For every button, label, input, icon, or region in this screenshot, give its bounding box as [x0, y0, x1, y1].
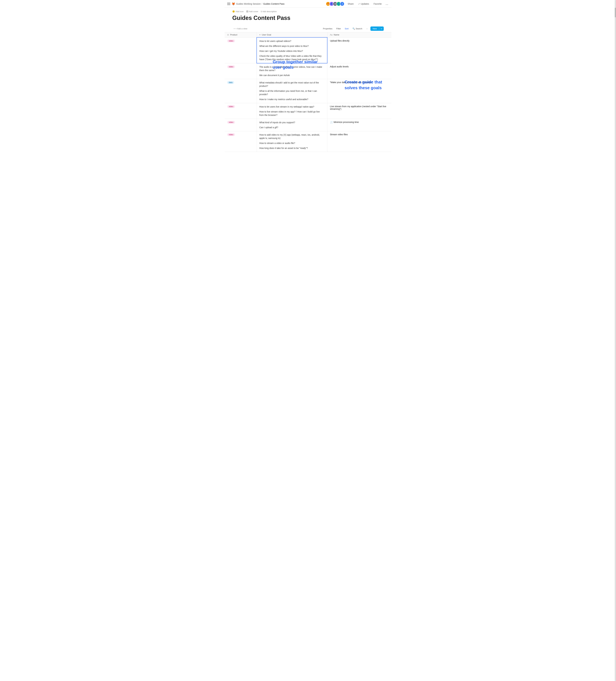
product-tag: data [227, 81, 234, 84]
smiley-icon: 🙂 [232, 10, 235, 13]
product-cell[interactable]: video [225, 37, 257, 63]
product-tag: video [227, 65, 235, 68]
user-goal-item: How to let users live stream in my webap… [259, 105, 325, 108]
product-tag: video [227, 40, 235, 42]
info-icon: ℹ [261, 10, 262, 13]
user-goal-item: How to live stream video in my app? / Ho… [259, 110, 325, 117]
avatar-5: J [340, 2, 344, 6]
new-button[interactable]: New [370, 26, 384, 31]
filter-button[interactable]: Filter [335, 27, 342, 30]
name-text: Minimize processing time [334, 121, 359, 123]
user-goal-item: Can I upload a gif? [259, 126, 325, 129]
chevron-down-icon [381, 28, 382, 30]
updates-button[interactable]: ✓ Updates [357, 2, 370, 6]
user-goal-cell[interactable]: How to add video to my {X} app (webapp, … [257, 131, 327, 152]
text-icon: Aa [330, 33, 333, 36]
workspace-name[interactable]: Guides Working Session [236, 3, 261, 5]
table-row: videoHow to let users upload videos?What… [225, 37, 391, 63]
document-icon: 📄 [330, 121, 333, 124]
favorite-button[interactable]: Favorite [372, 2, 383, 6]
more-options-button[interactable]: ... [385, 2, 389, 6]
properties-button[interactable]: Properties [322, 27, 334, 30]
product-cell[interactable]: video [225, 119, 257, 131]
user-goal-item: How to I make my metrics useful and acti… [259, 98, 325, 101]
col-header-product[interactable]: ⊙ Product [225, 32, 257, 37]
new-button-label: New [370, 26, 379, 31]
product-cell[interactable]: video [225, 63, 257, 79]
user-goal-cell[interactable]: What metadata should I add to get the mo… [257, 79, 327, 103]
data-table: ⊙ Product ≡ User Goal Aa Name [225, 32, 391, 152]
table-row: videoThe audio is a lot louder/softer in… [225, 63, 391, 79]
share-button[interactable]: Share [346, 2, 355, 6]
product-tag: video [227, 105, 235, 108]
page-meta-actions: 🙂 Add icon 🖼 Add cover ℹ Add description [232, 10, 384, 13]
product-cell[interactable]: video [225, 131, 257, 152]
image-icon: 🖼 [246, 10, 248, 13]
page-title: Guides Content Pass [232, 15, 384, 21]
table-header-row: ⊙ Product ≡ User Goal Aa Name [225, 32, 391, 37]
more-table-options[interactable]: ··· [365, 27, 369, 30]
name-cell[interactable]: Live stream from my application (nested … [327, 103, 391, 119]
user-goal-item: How long does it take for an asset to be… [259, 147, 325, 150]
list-icon: ≡ [259, 33, 261, 36]
page-name: Guides Content Pass [263, 3, 284, 5]
search-button[interactable]: 🔍 Search [351, 27, 363, 30]
user-goal-item: We can document it per Ashok [259, 74, 325, 77]
user-goal-item: Check the video quality of Mux Video wit… [259, 54, 325, 61]
scrollbar[interactable] [615, 0, 616, 152]
user-goal-cell[interactable]: How to let users live stream in my webap… [257, 103, 327, 119]
user-goal-item: How to add video to my {X} app (webapp, … [259, 133, 325, 140]
name-cell[interactable]: Adjust audio levels [327, 63, 391, 79]
user-goal-item: What are the different ways to post vide… [259, 45, 325, 48]
avatar-group: 🦊 👤 A 👤 J [326, 2, 344, 6]
user-goal-item: What is all the information you need fro… [259, 90, 325, 96]
add-cover-button[interactable]: 🖼 Add cover [246, 10, 258, 13]
circle-dot-icon: ⊙ [227, 33, 229, 36]
plus-icon: + [234, 27, 235, 30]
user-goal-cell[interactable]: How to let users upload videos?What are … [257, 37, 327, 63]
name-text: Stream video files [330, 133, 348, 136]
name-cell[interactable]: Stream video files [327, 131, 391, 152]
add-icon-button[interactable]: 🙂 Add icon [232, 10, 244, 13]
name-text: "Make your data actionable with metadata… [330, 81, 373, 83]
name-text: Upload files directly [330, 40, 350, 42]
name-cell[interactable]: Upload files directly [327, 37, 391, 63]
product-cell[interactable]: video [225, 103, 257, 119]
breadcrumb: 🦊 Guides Working Session / Guides Conten… [232, 2, 284, 6]
user-goal-item: The audio is a lot louder/softer in some… [259, 65, 325, 72]
nav-right: 🦊 👤 A 👤 J Share ✓ Updates Favorite ... [326, 2, 389, 6]
table-container: ⊙ Product ≡ User Goal Aa Name [225, 32, 391, 152]
user-goal-cell[interactable]: The audio is a lot louder/softer in some… [257, 63, 327, 79]
product-tag: video [227, 133, 235, 136]
page-header: 🙂 Add icon 🖼 Add cover ℹ Add description… [225, 8, 391, 21]
product-tag: video [227, 121, 235, 124]
nav-left: 🦊 Guides Working Session / Guides Conten… [227, 2, 284, 6]
scroll-thumb[interactable] [615, 8, 616, 17]
toolbar: + + Add a view Properties Filter Sort 🔍 … [225, 25, 391, 32]
table-row: videoHow to let users live stream in my … [225, 103, 391, 119]
user-goal-item: What kind of inputs do you support? [259, 121, 325, 124]
hamburger-menu[interactable] [227, 2, 230, 5]
user-goal-item: How can I get my Youtube videos into Mux… [259, 49, 325, 53]
table-row: videoWhat kind of inputs do you support?… [225, 119, 391, 131]
col-header-user-goal[interactable]: ≡ User Goal [257, 32, 327, 37]
product-cell[interactable]: data [225, 79, 257, 103]
user-goal-cell[interactable]: What kind of inputs do you support?Can I… [257, 119, 327, 131]
name-cell[interactable]: 📄Minimize processing time [327, 119, 391, 131]
name-cell[interactable]: "Make your data actionable with metadata… [327, 79, 391, 103]
add-view-button[interactable]: + + Add a view [232, 25, 249, 32]
check-icon: ✓ [358, 3, 360, 5]
workspace-emoji: 🦊 [232, 2, 235, 6]
name-text: Adjust audio levels [330, 65, 349, 68]
name-text: Live stream from my application (nested … [330, 105, 386, 110]
new-button-chevron[interactable] [379, 27, 384, 31]
top-nav: 🦊 Guides Working Session / Guides Conten… [225, 0, 391, 8]
page-body: Group together similar user goals Create… [225, 32, 391, 152]
user-goal-item: What metadata should I add to get the mo… [259, 81, 325, 88]
col-header-name[interactable]: Aa Name [327, 32, 391, 37]
sort-button[interactable]: Sort [343, 27, 350, 30]
add-description-button[interactable]: ℹ Add description [261, 10, 277, 13]
user-goal-item: How to let users upload videos? [259, 40, 325, 43]
table-row: videoHow to add video to my {X} app (web… [225, 131, 391, 152]
breadcrumb-separator: / [262, 3, 262, 5]
